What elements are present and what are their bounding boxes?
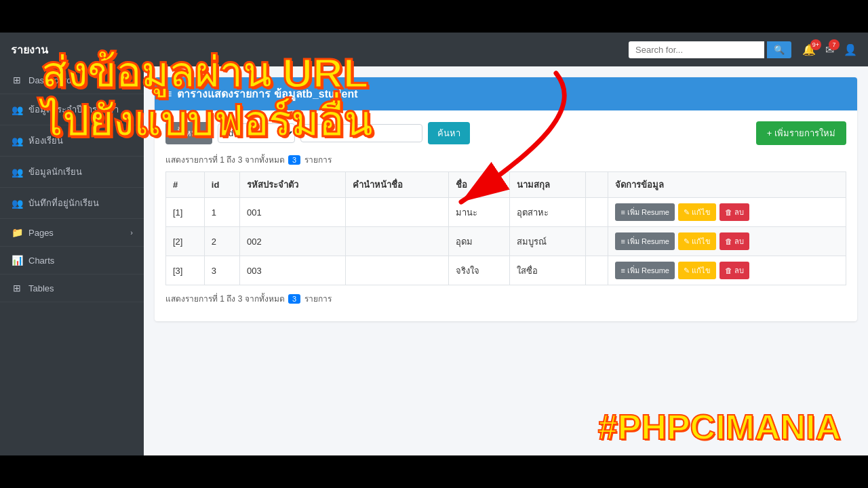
cell-id: 2 [204,227,239,256]
sidebar-label-tables: Tables [28,283,133,293]
sidebar: ⊞ Dashboard 👥 ข้อมูลประจำปีการศึกษา 👥 ห้… [0,66,144,455]
footer-middle: ถึง [226,294,235,304]
content-wrapper: ⊞ Dashboard 👥 ข้อมูลประจำปีการศึกษา 👥 ห้… [0,66,868,455]
card-title: ตารางแสดงรายการ ข้อมูลtb_student [177,85,357,102]
delete-button[interactable]: 🗑 ลบ [719,203,749,221]
mail-badge: 7 [829,39,840,50]
cell-extra [585,227,608,256]
search-filter-button[interactable]: ค้นหา [428,122,470,144]
edit-button[interactable]: ✎ แก้ไข [678,262,716,279]
info-total-prefix: จากทั้งหมด [245,155,285,165]
sidebar-item-classroom[interactable]: 👥 ห้องเรียน [0,125,144,157]
cell-prefix [345,256,448,285]
letterbox-top [0,0,868,33]
resume-button[interactable]: ≡ เพิ่ม Resume [615,203,675,221]
cell-actions: ≡ เพิ่ม Resume ✎ แก้ไข 🗑 ลบ [608,256,846,285]
filter-input[interactable] [300,124,422,142]
record-icon: 👥 [11,198,23,209]
navbar-search: 🔍 [629,41,791,58]
footer-to: 3 [238,294,243,304]
col-id: id [204,172,239,198]
data-table: # id รหัสประจำตัว คำนำหน้าชื่อ ชื่อ นามส… [165,171,846,285]
info-suffix: รายการ [304,155,332,165]
cell-lastname: สมบูรณ์ [509,227,585,256]
sidebar-item-record[interactable]: 👥 บันทึกที่อยู่นักเรียน [0,188,144,219]
cell-code: 003 [240,256,346,285]
cell-extra [585,198,608,227]
table-row: [2] 2 002 อุดม สมบูรณ์ ≡ เพิ่ม Resume ✎ … [166,227,846,256]
cell-id: 3 [204,256,239,285]
sidebar-label-record: บันทึกที่อยู่นักเรียน [28,196,133,210]
edit-button[interactable]: ✎ แก้ไข [678,203,716,221]
classroom-icon: 👥 [11,136,23,146]
cell-id: 1 [204,198,239,227]
table-row: [1] 1 001 มานะ อุตสาหะ ≡ เพิ่ม Resume ✎ … [166,198,846,227]
sidebar-item-student-info[interactable]: 👥 ข้อมูลนักเรียน [0,157,144,188]
footer-total-prefix: จากทั้งหมด [245,294,285,304]
col-firstname: ชื่อ [448,172,509,198]
filter-select[interactable]: id รหัสประจำตัว คำนำหน้าชื่อ ชื่อ นามสกุ… [218,123,295,143]
cell-actions: ≡ เพิ่ม Resume ✎ แก้ไข 🗑 ลบ [608,227,846,256]
footer-from: 1 [220,294,224,304]
academic-icon: 👥 [11,104,23,115]
info-middle: ถึง [226,155,235,165]
sidebar-label-academic: ข้อมูลประจำปีการศึกษา [28,102,133,117]
resume-button[interactable]: ≡ เพิ่ม Resume [615,232,675,250]
info-prefix: แสดงรายการที่ [165,155,218,165]
sidebar-item-dashboard[interactable]: ⊞ Dashboard [0,66,144,94]
table-icon: ≡ [165,88,172,100]
tables-icon: ⊞ [11,283,23,293]
pages-icon: 📁 [11,227,23,238]
info-to: 3 [238,155,243,165]
sidebar-item-tables[interactable]: ⊞ Tables [0,274,144,302]
navbar-brand: รายงาน [11,41,48,58]
search-input[interactable] [629,41,764,58]
letterbox-bottom [0,455,868,488]
cell-prefix [345,198,448,227]
dashboard-icon: ⊞ [11,75,23,85]
delete-button[interactable]: 🗑 ลบ [719,232,749,250]
cell-firstname: อุดม [448,227,509,256]
footer-suffix: รายการ [304,294,332,304]
student-info-icon: 👥 [11,167,23,178]
sidebar-label-pages: Pages [28,228,125,238]
info-text-top: แสดงรายการที่ 1 ถึง 3 จากทั้งหมด 3 รายกา… [165,153,846,166]
add-new-button[interactable]: + เพิ่มรายการใหม่ [756,121,846,145]
cell-index: [3] [166,256,205,285]
col-extra [585,172,608,198]
card-header: ≡ ตารางแสดงรายการ ข้อมูลtb_student [155,77,857,110]
cell-firstname: จริงใจ [448,256,509,285]
sidebar-label-classroom: ห้องเรียน [28,134,133,148]
bell-icon[interactable]: 🔔 9+ [802,43,816,56]
resume-button[interactable]: ≡ เพิ่ม Resume [615,262,675,279]
edit-button[interactable]: ✎ แก้ไข [678,232,716,250]
pages-chevron-icon: › [130,228,133,237]
filter-row: ทั้งหมด id รหัสประจำตัว คำนำหน้าชื่อ ชื่… [165,121,846,145]
charts-icon: 📊 [11,255,23,266]
cell-lastname: ใสซื่อ [509,256,585,285]
card-body: ทั้งหมด id รหัสประจำตัว คำนำหน้าชื่อ ชื่… [155,110,857,321]
sidebar-item-charts[interactable]: 📊 Charts [0,247,144,274]
cell-extra [585,256,608,285]
col-lastname: นามสกุล [509,172,585,198]
navbar: รายงาน 🔍 🔔 9+ ✉ 7 👤 [0,33,868,66]
navbar-icons: 🔔 9+ ✉ 7 👤 [802,43,857,56]
col-manage: จัดการข้อมูล [608,172,846,198]
cell-index: [2] [166,227,205,256]
all-button[interactable]: ทั้งหมด [165,122,212,144]
cell-prefix [345,227,448,256]
mail-icon[interactable]: ✉ 7 [825,43,834,56]
sidebar-item-pages[interactable]: 📁 Pages › [0,219,144,247]
delete-button[interactable]: 🗑 ลบ [719,262,749,279]
footer-total-badge: 3 [288,294,300,304]
search-button[interactable]: 🔍 [767,41,791,58]
cell-code: 002 [240,227,346,256]
info-total-badge: 3 [288,155,300,165]
sidebar-item-academic[interactable]: 👥 ข้อมูลประจำปีการศึกษา [0,94,144,125]
user-icon[interactable]: 👤 [844,43,857,56]
main-content: ≡ ตารางแสดงรายการ ข้อมูลtb_student ทั้งห… [144,66,868,455]
col-prefix: คำนำหน้าชื่อ [345,172,448,198]
table-row: [3] 3 003 จริงใจ ใสซื่อ ≡ เพิ่ม Resume ✎… [166,256,846,285]
data-card: ≡ ตารางแสดงรายการ ข้อมูลtb_student ทั้งห… [155,77,857,321]
cell-code: 001 [240,198,346,227]
